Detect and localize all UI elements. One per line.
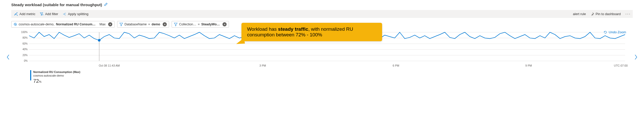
more-options-icon[interactable]: ··· [625,11,631,17]
pin-to-dashboard-button[interactable]: Pin to dashboard [591,12,621,16]
svg-point-6 [15,24,16,25]
legend-title: Normalized RU Consumption (Max) [33,70,80,74]
undo-zoom-button[interactable]: Undo Zoom [604,30,626,34]
callout-text-bold: steady traffic [278,26,308,32]
svg-text:0%: 0% [24,59,28,62]
svg-point-2 [16,14,16,15]
remove-metric-icon[interactable]: ✕ [108,22,112,26]
add-filter-label: Add filter [45,12,58,16]
xaxis-start: Oct 08 11:43 AM [99,64,120,67]
add-filter-button[interactable]: Add filter [40,12,58,16]
prev-chart-button[interactable] [5,30,11,84]
filter-pill-database[interactable]: DatabaseName = demo ✕ [117,21,169,28]
svg-text:20%: 20% [23,54,28,57]
svg-text:60%: 60% [23,42,28,45]
svg-point-0 [15,15,15,15]
edit-title-icon[interactable] [104,3,108,7]
legend-color-swatch [30,70,31,80]
apply-splitting-label: Apply splitting [68,12,88,16]
xaxis-t2: 6 PM [393,64,399,67]
metric-name: Normalized RU Consum… [56,23,96,26]
legend-value: 72 [33,78,39,84]
filter-pill-collection[interactable]: Collection… = SteadyWo… ✕ [172,21,229,28]
legend-unit: % [39,80,41,83]
alert-rule-button[interactable]: alert rule [573,12,586,16]
annotation-callout: Workload has steady traffic, with normal… [241,23,382,41]
apply-splitting-button[interactable]: Apply splitting [63,12,88,16]
remove-filter2-icon[interactable]: ✕ [223,22,227,26]
pin-dashboard-label: Pin to dashboard [596,12,621,16]
filter1-val: demo [152,23,160,26]
metric-resource: cosmos-autoscale-demo, [19,23,54,26]
svg-point-3 [17,12,17,13]
undo-zoom-label: Undo Zoom [609,30,626,34]
xaxis-t3: 9 PM [525,64,532,67]
metric-pill[interactable]: cosmos-autoscale-demo, Normalized RU Con… [11,21,115,28]
filter2-val: SteadyWo… [201,23,220,26]
chart-toolbar: Add metric Add filter Apply splitting al… [11,10,633,18]
page-title: Steady workload (suitable for manual thr… [11,3,102,7]
svg-point-20 [98,39,101,41]
svg-text:80%: 80% [23,36,28,39]
legend-resource: cosmos-autoscale-demo [33,74,80,77]
remove-filter1-icon[interactable]: ✕ [163,22,167,26]
svg-text:100%: 100% [21,31,28,34]
svg-point-1 [15,14,16,14]
filter2-key: Collection… [179,23,196,26]
add-metric-button[interactable]: Add metric [14,12,35,16]
add-metric-label: Add metric [19,12,35,16]
filter1-key: DatabaseName [125,23,147,26]
filter1-op: = [148,23,150,26]
metric-agg: Max [99,23,106,26]
filter2-op: = [198,23,200,26]
xaxis-t1: 3 PM [259,64,266,67]
xaxis-tz: UTC-07:00 [614,64,628,67]
next-chart-button[interactable] [633,30,639,84]
callout-text-pre: Workload has [247,26,278,32]
alert-rule-label: alert rule [573,12,586,16]
chart-legend: Normalized RU Consumption (Max) cosmos-a… [30,70,628,84]
svg-text:40%: 40% [23,48,28,51]
x-axis: Oct 08 11:43 AM 3 PM 6 PM 9 PM UTC-07:00 [16,64,628,68]
